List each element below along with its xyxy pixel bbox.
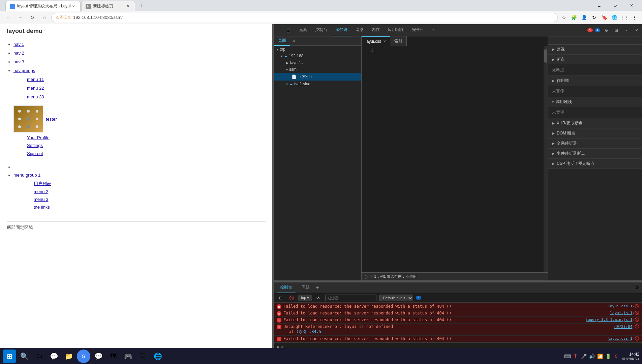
reload-button[interactable]: ↻ bbox=[27, 12, 38, 23]
msg-link-4[interactable]: (索引):84 bbox=[614, 324, 632, 329]
menu3-link[interactable]: menu 3 bbox=[34, 195, 266, 203]
new-tab-button[interactable]: + bbox=[136, 1, 147, 11]
file-tree-item-top[interactable]: ▾ top bbox=[274, 46, 361, 53]
debug-section-header-csp[interactable]: ▶ CSP 违反了规定断点 bbox=[548, 159, 642, 169]
msg-open-icon[interactable]: ↗ bbox=[632, 317, 635, 322]
menu-33-link[interactable]: menu 33 bbox=[27, 93, 266, 101]
tab-close-1[interactable]: ✕ bbox=[71, 4, 76, 9]
forward-button[interactable]: → bbox=[15, 12, 26, 23]
debug-section-header-dom[interactable]: ▶ DOM 断点 bbox=[548, 128, 642, 138]
bookmark-icon[interactable]: 🔖 bbox=[600, 13, 609, 22]
msg-sub-link[interactable]: (索引):84:5 bbox=[296, 329, 322, 334]
file-tab-close-icon[interactable]: ✕ bbox=[383, 39, 386, 43]
menu2-link[interactable]: menu 2 bbox=[34, 188, 266, 195]
nav-groups-link[interactable]: nav groups bbox=[13, 68, 35, 73]
msg-hide-icon[interactable]: 🚫 bbox=[635, 304, 639, 308]
devtools-tab-network[interactable]: 网络 bbox=[351, 24, 368, 36]
console-sidebar-toggle[interactable]: ⊡ bbox=[277, 294, 285, 302]
debug-section-header-callstack[interactable]: ▾ 调用堆栈 bbox=[548, 97, 642, 107]
msg-open-icon[interactable]: ↗ bbox=[632, 311, 635, 315]
page-tab[interactable]: 页面 bbox=[274, 36, 290, 46]
debug-section-header-breakpoints[interactable]: ▶ 断点 bbox=[548, 55, 642, 64]
wechat-icon[interactable]: 💬 bbox=[92, 350, 105, 363]
msg-link-5[interactable]: layui.css:1 bbox=[608, 336, 633, 341]
games-icon[interactable]: 🎮 bbox=[121, 350, 135, 363]
power-icon[interactable]: 🔋 bbox=[605, 353, 611, 360]
scrollbar-thumb[interactable] bbox=[544, 49, 547, 63]
console-settings-icon[interactable]: ⚙ bbox=[635, 285, 639, 290]
task-view-icon[interactable]: 🗂 bbox=[32, 350, 46, 363]
sign-out-link[interactable]: Sign out bbox=[27, 150, 266, 157]
msg-link-1[interactable]: layui.css:1 bbox=[608, 304, 633, 308]
console-input[interactable] bbox=[285, 344, 639, 348]
tab-new[interactable]: N 新建标签页 ✕ bbox=[81, 1, 135, 11]
console-tab-issues[interactable]: 问题 bbox=[298, 282, 313, 293]
debug-section-header-global[interactable]: ▶ 全局侦听器 bbox=[548, 139, 642, 148]
msg-hide-icon[interactable]: 🚫 bbox=[635, 336, 639, 341]
devtools-settings-icon[interactable]: ⚙ bbox=[602, 26, 610, 34]
menu-group-1-link[interactable]: menu group 1 bbox=[13, 173, 40, 178]
devtools-tab-sources[interactable]: 源代码 bbox=[331, 24, 351, 36]
file-tree-item-tva1[interactable]: ▾ ☁ tva1.sina... bbox=[274, 81, 361, 87]
devtools-tab-elements[interactable]: 元素 bbox=[295, 24, 311, 36]
debug-section-header-scope[interactable]: ▶ 作用域 bbox=[548, 76, 642, 86]
console-filter-input[interactable] bbox=[325, 295, 376, 301]
chat-icon[interactable]: 💬 bbox=[47, 350, 61, 363]
update-icon[interactable]: ↻ bbox=[589, 13, 599, 22]
devtools-add-panel[interactable]: + bbox=[439, 24, 449, 36]
settings-link[interactable]: Settings bbox=[27, 142, 266, 149]
csdn-icon[interactable]: C bbox=[613, 353, 619, 360]
extension-puzzle-icon[interactable]: 🧩 bbox=[569, 13, 579, 22]
msg-hide-icon[interactable]: 🚫 bbox=[635, 324, 639, 329]
clock[interactable]: 14:42 @luyuan82 bbox=[622, 352, 639, 360]
speaker-icon[interactable]: 🔊 bbox=[588, 353, 595, 360]
device-toolbar-icon[interactable]: 📱 bbox=[284, 26, 292, 34]
file-tree-item-index[interactable]: 📄 （索引） bbox=[274, 73, 361, 81]
keyboard-icon[interactable]: ⌨ bbox=[564, 353, 571, 360]
nav-2-link[interactable]: nav 2 bbox=[13, 51, 24, 56]
file-tree-item-192[interactable]: ▾ ☁ 192.168... bbox=[274, 53, 361, 59]
mic-icon[interactable]: 🎤 bbox=[580, 353, 587, 360]
console-top-filter[interactable]: top ▾ bbox=[298, 295, 312, 301]
file-tab-index[interactable]: 索引 bbox=[390, 36, 407, 46]
antivirus-icon[interactable]: 🛡 bbox=[136, 350, 150, 363]
maps-icon[interactable]: 🗺 bbox=[106, 350, 120, 363]
console-clear-icon[interactable]: 🚫 bbox=[287, 294, 296, 302]
devtools-tab-security[interactable]: 安全性 bbox=[408, 24, 428, 36]
nav-3-link[interactable]: nav 3 bbox=[13, 59, 24, 64]
debug-section-header-event-listeners[interactable]: ▶ 事件侦听器断点 bbox=[548, 149, 642, 158]
maximize-button[interactable]: 🗗 bbox=[608, 0, 623, 11]
start-menu-icon[interactable]: ⊞ bbox=[3, 350, 16, 363]
network-icon[interactable]: 📶 bbox=[597, 353, 603, 360]
browser2-icon[interactable]: 🌐 bbox=[151, 350, 164, 363]
user-list-link[interactable]: 用户列表 bbox=[34, 180, 266, 187]
msg-link-2[interactable]: layui.js:1 bbox=[610, 311, 632, 315]
address-bar[interactable]: ⚠ 不安全 192.168.1.104:8080/ssm/ bbox=[51, 13, 558, 22]
file-explorer-icon[interactable]: 📁 bbox=[62, 350, 75, 363]
msg-link-3[interactable]: jquery-3.3.1.min.js:1 bbox=[585, 317, 632, 322]
settings-menu-btn[interactable]: ⋮ bbox=[630, 13, 639, 22]
tab-layout[interactable]: L layout 管理系统大布局 - Layui ✕ bbox=[5, 1, 81, 11]
filesystem-tab[interactable]: » bbox=[290, 36, 298, 46]
msg-open-icon[interactable]: ↗ bbox=[632, 304, 635, 308]
devtools-tab-application[interactable]: 应用程序 bbox=[384, 24, 408, 36]
search-taskbar-icon[interactable]: 🔍 bbox=[18, 350, 31, 363]
menu-11-link[interactable]: menu 11 bbox=[27, 75, 266, 84]
back-button[interactable]: ← bbox=[3, 12, 13, 23]
console-add-panel-btn[interactable]: + bbox=[316, 285, 319, 291]
file-tree-item-layui[interactable]: ▶ layui/... bbox=[274, 59, 361, 66]
console-expand-icon[interactable]: ▶ bbox=[277, 344, 280, 348]
the-links-link[interactable]: the links bbox=[34, 203, 266, 211]
msg-hide-icon[interactable]: 🚫 bbox=[635, 317, 639, 322]
devtools-more-icon[interactable]: ⋮ bbox=[622, 26, 631, 34]
console-tab-console[interactable]: 控制台 bbox=[277, 282, 296, 293]
msg-hide-icon[interactable]: 🚫 bbox=[635, 311, 639, 315]
devtools-close-icon[interactable]: ✕ bbox=[633, 26, 641, 34]
nav-1-link[interactable]: nav 1 bbox=[13, 42, 24, 47]
debug-section-header-xhr[interactable]: ▶ XHR/提取断点 bbox=[548, 118, 642, 128]
avatar-username-link[interactable]: tester bbox=[46, 117, 57, 122]
bookmark-star-icon[interactable]: ☆ bbox=[559, 13, 569, 22]
devtools-focus-mode-icon[interactable]: ⊡ bbox=[612, 26, 620, 34]
profile-icon[interactable]: 👤 bbox=[579, 13, 589, 22]
translate-icon[interactable]: 🌐 bbox=[610, 13, 619, 22]
